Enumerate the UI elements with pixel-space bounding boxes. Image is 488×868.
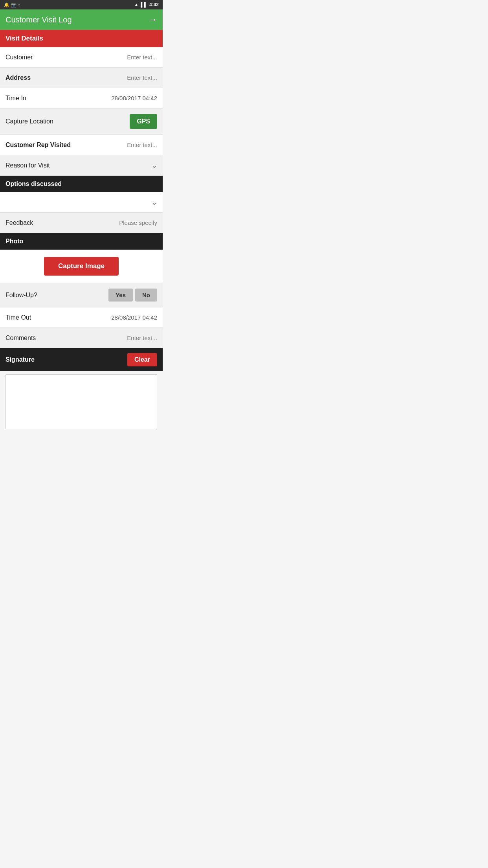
reason-for-visit-label: Reason for Visit [6, 162, 50, 169]
options-chevron-icon: ⌄ [151, 198, 157, 207]
signature-canvas[interactable] [6, 374, 157, 429]
signal-icon: ▌▌ [141, 2, 147, 7]
customer-rep-label: Customer Rep Visited [6, 142, 71, 149]
status-icons-right: ▲ ▌▌ 4:42 [134, 2, 159, 7]
visit-details-label: Visit Details [6, 35, 43, 42]
reason-chevron-icon: ⌄ [151, 161, 157, 170]
photo-header: Photo [0, 233, 163, 250]
time-out-value: 28/08/2017 04:42 [111, 314, 157, 321]
status-icons-left: 🔔 📷 ↕ [4, 2, 20, 7]
forward-icon[interactable]: → [149, 15, 157, 25]
wifi-icon: ▲ [134, 2, 139, 7]
time-out-row: Time Out 28/08/2017 04:42 [0, 307, 163, 328]
customer-label: Customer [6, 54, 33, 61]
address-row: Address [0, 68, 163, 88]
followup-buttons: Yes No [108, 289, 157, 302]
customer-input[interactable] [83, 54, 157, 61]
time-display: 4:42 [149, 2, 159, 7]
options-discussed-row[interactable]: ⌄ [0, 192, 163, 213]
customer-rep-row: Customer Rep Visited [0, 135, 163, 155]
signature-header: Signature Clear [0, 348, 163, 371]
followup-no-button[interactable]: No [135, 289, 157, 302]
time-in-value: 28/08/2017 04:42 [111, 95, 157, 101]
capture-image-wrapper: Capture Image [0, 250, 163, 283]
customer-row: Customer [0, 47, 163, 68]
photo-label: Photo [6, 238, 23, 245]
address-input[interactable] [83, 74, 157, 81]
time-in-row: Time In 28/08/2017 04:42 [0, 88, 163, 108]
followup-row: Follow-Up? Yes No [0, 283, 163, 307]
visit-details-header: Visit Details [0, 30, 163, 47]
address-label: Address [6, 74, 31, 81]
feedback-label: Feedback [6, 219, 33, 226]
clear-button[interactable]: Clear [127, 353, 157, 366]
comments-label: Comments [6, 335, 36, 342]
followup-label: Follow-Up? [6, 292, 37, 299]
capture-location-label: Capture Location [6, 118, 53, 125]
gps-button[interactable]: GPS [130, 114, 157, 129]
followup-yes-button[interactable]: Yes [108, 289, 133, 302]
time-out-label: Time Out [6, 314, 31, 321]
time-in-label: Time In [6, 95, 26, 102]
feedback-row: Feedback [0, 213, 163, 233]
reason-for-visit-row[interactable]: Reason for Visit ⌄ [0, 155, 163, 176]
feedback-input[interactable] [83, 219, 157, 226]
comments-input[interactable] [83, 335, 157, 341]
status-bar: 🔔 📷 ↕ ▲ ▌▌ 4:42 [0, 0, 163, 9]
signature-label: Signature [6, 356, 35, 363]
app-bar: Customer Visit Log → [0, 9, 163, 30]
options-discussed-label: Options discussed [6, 180, 62, 188]
app-title: Customer Visit Log [6, 15, 72, 24]
notification-icon: 🔔 [4, 2, 9, 7]
screenshot-icon: 📷 [11, 2, 17, 7]
capture-image-button[interactable]: Capture Image [44, 257, 119, 276]
sync-icon: ↕ [18, 2, 20, 7]
customer-rep-input[interactable] [83, 142, 157, 148]
options-discussed-header: Options discussed [0, 176, 163, 192]
capture-location-row: Capture Location GPS [0, 108, 163, 135]
comments-row: Comments [0, 328, 163, 348]
